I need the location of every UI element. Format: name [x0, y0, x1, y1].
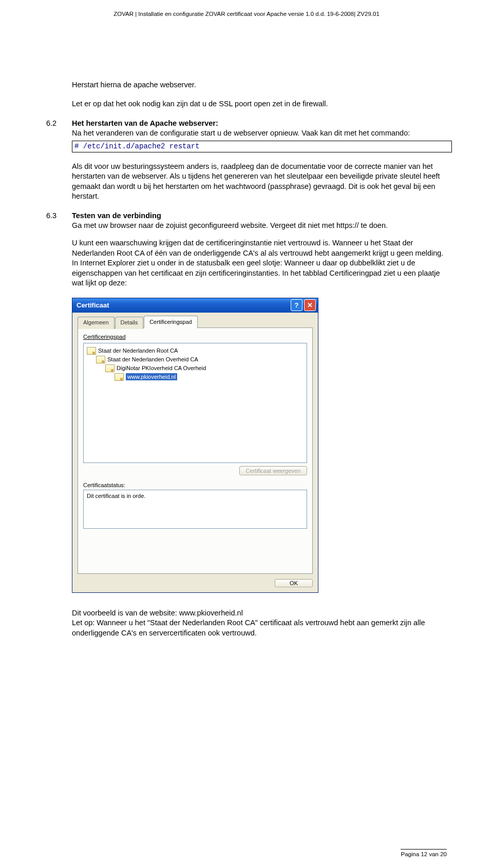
section-6-3-title: Testen van de verbinding: [72, 211, 161, 220]
cert-path-tree[interactable]: Staat der Nederlanden Root CA Staat der …: [83, 343, 307, 463]
group-cert-path-label: Certificeringspad: [83, 333, 307, 341]
page-header: ZOVAR | Installatie en configuratie ZOVA…: [46, 10, 447, 18]
dialog-title: Certificaat: [77, 301, 109, 310]
tree-node-selected[interactable]: www.pkioverheid.nl: [126, 373, 177, 381]
cert-status-box: Dit certificaat is in orde.: [83, 490, 307, 529]
cert-status-label: Certificaatstatus:: [83, 481, 307, 489]
certificate-icon: [96, 356, 105, 363]
dialog-titlebar[interactable]: Certificaat ? ✕: [72, 298, 318, 313]
page-footer: Pagina 12 van 20: [401, 848, 447, 859]
intro-line-2: Let er op dat het ook nodig kan zijn dat…: [72, 99, 447, 109]
certificate-icon: [115, 373, 124, 381]
tree-node[interactable]: Staat der Nederlanden Root CA: [98, 347, 178, 355]
view-certificate-button: Certificaat weergeven: [239, 466, 307, 475]
outro-line-1: Dit voorbeeld is van de website: www.pki…: [72, 609, 243, 617]
ok-button[interactable]: OK: [275, 579, 313, 587]
section-6-2-body-2: Als dit voor uw besturingssysteem anders…: [72, 162, 447, 202]
tree-node[interactable]: DigiNotar PKIoverheid CA Overheid: [117, 364, 206, 372]
tree-node[interactable]: Staat der Nederlanden Overheid CA: [107, 356, 198, 363]
section-6-3-number: 6.3: [46, 211, 72, 231]
tab-details[interactable]: Details: [115, 317, 144, 329]
code-restart-command: # /etc/init.d/apache2 restart: [72, 141, 452, 152]
page-number: Pagina 12 van 20: [401, 851, 447, 857]
close-icon[interactable]: ✕: [304, 299, 316, 311]
section-6-2-number: 6.2: [46, 119, 72, 139]
tab-general[interactable]: Algemeen: [78, 317, 115, 329]
certificate-dialog: Certificaat ? ✕ Algemeen Details Certifi…: [72, 298, 318, 593]
help-icon[interactable]: ?: [291, 299, 302, 311]
section-6-2-body-1: Na het veranderen van de configuratie st…: [72, 128, 447, 139]
intro-line-1: Herstart hierna de apache webserver.: [72, 80, 447, 90]
certificate-icon: [87, 347, 96, 355]
section-6-3-body-2: U kunt een waarschuwing krijgen dat de c…: [72, 238, 447, 288]
outro-line-2: Let op: Wanneer u het "Staat der Nederla…: [72, 619, 425, 637]
section-6-3-body-1: Ga met uw browser naar de zojuist geconf…: [72, 221, 447, 231]
certificate-icon: [105, 364, 115, 372]
tab-cert-path[interactable]: Certificeringspad: [144, 316, 198, 328]
section-6-2-title: Het herstarten van de Apache webserver:: [72, 119, 447, 129]
